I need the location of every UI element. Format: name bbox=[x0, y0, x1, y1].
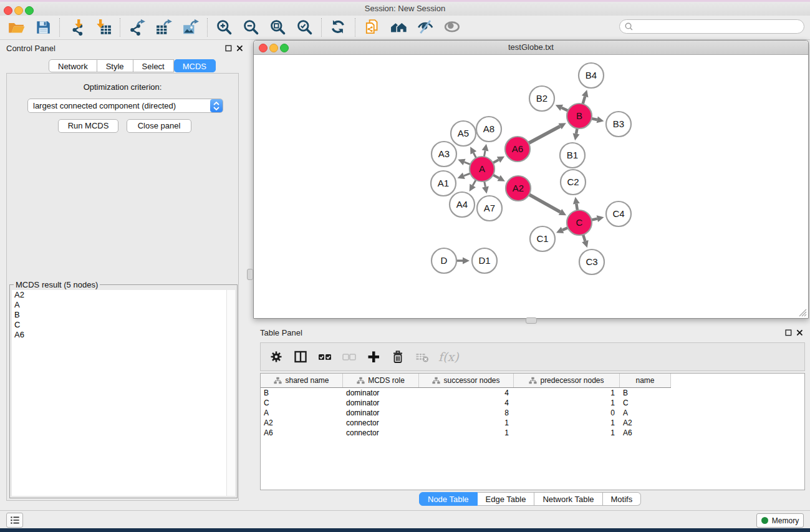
app-title: Session: New Session bbox=[0, 2, 810, 16]
table-cell: 1 bbox=[514, 418, 620, 428]
export-table-icon[interactable] bbox=[155, 18, 173, 37]
mcds-tab-content: Optimization criterion: largest connecte… bbox=[6, 73, 239, 501]
tab-network[interactable]: Network bbox=[49, 59, 97, 72]
window-resize-grip[interactable] bbox=[799, 309, 807, 317]
node-label-C2: C2 bbox=[567, 177, 579, 187]
table-cell: dominator bbox=[343, 408, 419, 418]
table-cell: dominator bbox=[343, 388, 419, 398]
network-canvas[interactable]: AA1A2A3A4A5A6A7A8BB1B2B3B4CC1C2C3C4DD1 bbox=[254, 54, 808, 318]
columns-icon[interactable] bbox=[292, 349, 309, 365]
gear-icon[interactable] bbox=[268, 349, 284, 365]
mcds-result-box: MCDS result (5 nodes) A2ABCA6 bbox=[9, 284, 238, 498]
arrowhead-B-B4 bbox=[582, 90, 589, 97]
zoom-selected-icon[interactable] bbox=[296, 18, 314, 37]
export-network-icon[interactable] bbox=[128, 18, 147, 37]
hide-panel-icon[interactable] bbox=[417, 18, 435, 37]
tab-node-table[interactable]: Node Table bbox=[419, 492, 478, 506]
minimize-traffic-light[interactable] bbox=[14, 6, 23, 15]
column-header-successor-nodes[interactable]: successor nodes bbox=[419, 374, 514, 387]
float-panel-icon[interactable] bbox=[784, 328, 793, 337]
tab-network-table[interactable]: Network Table bbox=[534, 492, 602, 506]
main-toolbar bbox=[0, 16, 810, 40]
node-label-A7: A7 bbox=[484, 203, 495, 213]
run-mcds-button[interactable]: Run MCDS bbox=[58, 119, 118, 133]
node-label-D: D bbox=[441, 255, 448, 266]
arrowhead-C-C4 bbox=[597, 215, 604, 222]
tab-select[interactable]: Select bbox=[133, 59, 174, 72]
mcds-result-item[interactable]: B bbox=[12, 310, 235, 320]
mcds-result-item[interactable]: A6 bbox=[12, 330, 235, 340]
zoom-fit-icon[interactable] bbox=[269, 18, 287, 37]
float-panel-icon[interactable] bbox=[224, 44, 233, 52]
table-cell: B bbox=[620, 388, 671, 398]
node-label-B: B bbox=[576, 110, 582, 121]
table-cell: dominator bbox=[343, 398, 419, 408]
close-panel-icon[interactable] bbox=[795, 328, 804, 337]
column-header-predecessor-nodes[interactable]: predecessor nodes bbox=[514, 374, 620, 387]
table-row[interactable]: Cdominator41C bbox=[261, 398, 804, 408]
mcds-result-list[interactable]: A2ABCA6 bbox=[12, 290, 235, 496]
column-header-MCDS-role[interactable]: MCDS role bbox=[343, 374, 419, 387]
session-file-icon[interactable] bbox=[363, 18, 382, 37]
home-icon[interactable] bbox=[390, 18, 408, 37]
table-row[interactable]: A2connector11A2 bbox=[261, 418, 804, 428]
table-cell: 1 bbox=[419, 418, 514, 428]
column-label: name bbox=[635, 376, 654, 385]
toolbar-group bbox=[60, 18, 120, 37]
save-icon[interactable] bbox=[34, 18, 52, 37]
column-label: predecessor nodes bbox=[540, 376, 604, 385]
node-table[interactable]: shared nameMCDS rolesuccessor nodesprede… bbox=[260, 373, 805, 490]
delete-table-icon[interactable] bbox=[414, 349, 430, 365]
result-scrollbar[interactable] bbox=[226, 290, 235, 496]
mcds-result-item[interactable]: A2 bbox=[12, 290, 235, 300]
deselect-all-icon[interactable] bbox=[341, 349, 357, 365]
select-all-icon[interactable] bbox=[317, 349, 333, 365]
tab-mcds[interactable]: MCDS bbox=[174, 59, 216, 72]
column-header-name[interactable]: name bbox=[620, 374, 671, 387]
table-row[interactable]: Adominator80A bbox=[261, 408, 804, 418]
show-panel-icon[interactable] bbox=[443, 18, 462, 37]
table-cell: A bbox=[261, 408, 343, 418]
status-list-button[interactable] bbox=[6, 513, 23, 528]
edge-A6-B[interactable] bbox=[528, 127, 560, 144]
zoom-traffic-light[interactable] bbox=[280, 44, 289, 52]
import-table-icon[interactable] bbox=[94, 18, 113, 37]
refresh-icon[interactable] bbox=[329, 18, 348, 37]
tab-motifs[interactable]: Motifs bbox=[603, 492, 642, 506]
table-row[interactable]: A6connector11A6 bbox=[261, 428, 804, 438]
tab-style[interactable]: Style bbox=[97, 59, 133, 72]
table-row[interactable]: Bdominator41B bbox=[261, 388, 804, 398]
search-input[interactable] bbox=[634, 21, 804, 33]
close-traffic-light[interactable] bbox=[4, 6, 12, 15]
zoom-in-icon[interactable] bbox=[215, 18, 234, 37]
table-cell: C bbox=[261, 398, 343, 408]
close-traffic-light[interactable] bbox=[259, 44, 268, 52]
memory-button[interactable]: Memory bbox=[756, 513, 804, 528]
open-folder-icon[interactable] bbox=[7, 18, 26, 37]
trash-icon[interactable] bbox=[390, 349, 406, 365]
optimization-criterion-dropdown[interactable]: largest connected component (directed) bbox=[27, 99, 223, 113]
arrowhead-A-A7 bbox=[482, 186, 489, 194]
network-window-titlebar[interactable]: testGlobe.txt bbox=[254, 41, 808, 55]
column-label: successor nodes bbox=[443, 376, 499, 385]
mcds-result-item[interactable]: C bbox=[12, 320, 235, 330]
close-panel-button[interactable]: Close panel bbox=[127, 119, 191, 133]
export-image-icon[interactable] bbox=[181, 18, 200, 37]
import-network-icon[interactable] bbox=[67, 18, 86, 37]
tab-edge-table[interactable]: Edge Table bbox=[478, 492, 535, 506]
search-field[interactable] bbox=[619, 19, 804, 34]
zoom-out-icon[interactable] bbox=[242, 18, 261, 37]
close-panel-icon[interactable] bbox=[235, 44, 244, 52]
column-label: MCDS role bbox=[368, 376, 405, 385]
node-label-B2: B2 bbox=[536, 93, 547, 104]
vertical-splitter-handle[interactable] bbox=[247, 269, 253, 280]
node-label-A3: A3 bbox=[438, 148, 450, 159]
column-header-shared-name[interactable]: shared name bbox=[261, 374, 343, 387]
table-cell: A6 bbox=[261, 428, 343, 438]
edge-A2-C[interactable] bbox=[528, 194, 561, 212]
minimize-traffic-light[interactable] bbox=[269, 44, 278, 52]
zoom-traffic-light[interactable] bbox=[25, 6, 34, 15]
mcds-result-item[interactable]: A bbox=[12, 300, 235, 310]
dropdown-stepper-icon[interactable] bbox=[210, 99, 223, 112]
add-icon[interactable] bbox=[365, 349, 382, 365]
